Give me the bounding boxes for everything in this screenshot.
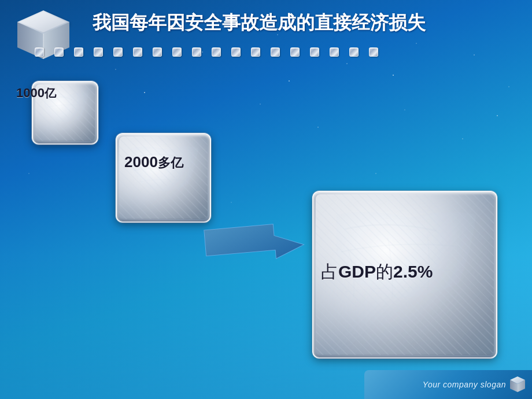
medium-cube-unit: 多亿 — [158, 156, 183, 170]
dot-18 — [369, 47, 378, 57]
direction-arrow — [200, 220, 321, 266]
gdp-suffix: 的 — [376, 262, 393, 281]
gdp-number: 2.5 — [393, 262, 418, 281]
dot-16 — [330, 47, 339, 57]
slogan-text: Your company slogan — [423, 380, 506, 389]
dot-12 — [251, 47, 260, 57]
dot-7 — [153, 47, 162, 57]
small-cube-number: 1000 — [16, 86, 45, 100]
dot-4 — [94, 47, 103, 57]
gdp-bold: GDP — [338, 262, 376, 281]
dot-6 — [133, 47, 142, 57]
page-title: 我国每年因安全事故造成的直接经济损失 — [93, 10, 520, 36]
gdp-percent: % — [418, 262, 433, 281]
medium-cube-number: 2000 — [124, 153, 158, 171]
dot-1 — [35, 47, 44, 57]
gdp-prefix: 占 — [321, 262, 338, 281]
dot-17 — [349, 47, 359, 57]
cube-large-label: 占GDP的2.5% — [321, 260, 433, 284]
dot-9 — [192, 47, 201, 57]
small-cube-unit: 亿 — [45, 87, 56, 99]
dot-15 — [310, 47, 319, 57]
slogan-bar: Your company slogan — [364, 370, 532, 399]
dot-10 — [212, 47, 221, 57]
cube-medium — [116, 133, 211, 223]
dot-13 — [271, 47, 280, 57]
slogan-cube-icon — [508, 375, 527, 394]
dot-5 — [113, 47, 123, 57]
dot-8 — [172, 47, 182, 57]
cube-medium-label: 2000多亿 — [124, 153, 183, 172]
decorative-dots-row — [35, 46, 520, 58]
dot-11 — [231, 47, 241, 57]
dot-2 — [54, 47, 64, 57]
cube-small-label: 1000亿 — [16, 86, 56, 101]
dot-3 — [74, 47, 83, 57]
dot-14 — [290, 47, 300, 57]
